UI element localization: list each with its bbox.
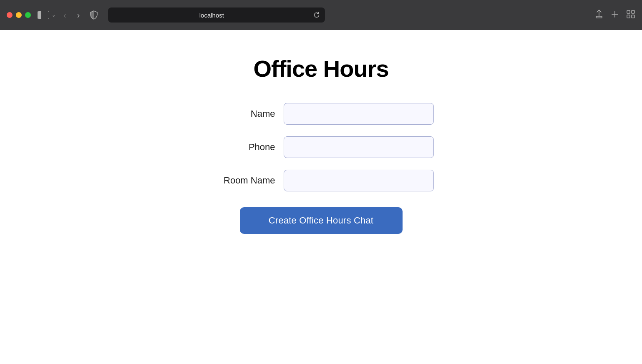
svg-rect-0 <box>627 10 630 13</box>
forward-button[interactable]: › <box>74 9 83 22</box>
shield-icon <box>87 8 101 22</box>
page-title: Office Hours <box>253 55 388 82</box>
minimize-button[interactable] <box>16 12 22 18</box>
room-name-label: Room Name <box>209 175 275 186</box>
create-office-hours-chat-button[interactable]: Create Office Hours Chat <box>240 207 403 234</box>
svg-rect-3 <box>632 15 634 18</box>
phone-input[interactable] <box>284 136 434 158</box>
room-name-row: Room Name <box>209 170 434 191</box>
page-content: Office Hours Name Phone Room Name Create… <box>0 30 642 364</box>
browser-toolbar: ⌄ ‹ › localhost <box>0 0 642 30</box>
fullscreen-button[interactable] <box>25 12 31 18</box>
reload-button[interactable] <box>313 12 320 18</box>
back-button[interactable]: ‹ <box>60 9 70 22</box>
address-text: localhost <box>113 12 310 19</box>
name-row: Name <box>209 103 434 125</box>
tabs-overview-button[interactable] <box>626 10 635 21</box>
browser-actions <box>594 10 635 21</box>
form-container: Name Phone Room Name Create Office Hours… <box>209 103 434 234</box>
name-label: Name <box>209 108 275 119</box>
phone-label: Phone <box>209 142 275 153</box>
room-name-input[interactable] <box>284 170 434 191</box>
share-button[interactable] <box>594 10 604 21</box>
svg-rect-1 <box>632 10 634 13</box>
address-bar[interactable]: localhost <box>108 8 325 23</box>
name-input[interactable] <box>284 103 434 125</box>
new-tab-button[interactable] <box>610 10 619 21</box>
sidebar-toggle-button[interactable] <box>38 11 49 19</box>
close-button[interactable] <box>7 12 13 18</box>
svg-rect-2 <box>627 15 630 18</box>
phone-row: Phone <box>209 136 434 158</box>
traffic-lights <box>7 12 31 18</box>
chevron-down-icon[interactable]: ⌄ <box>52 12 56 18</box>
